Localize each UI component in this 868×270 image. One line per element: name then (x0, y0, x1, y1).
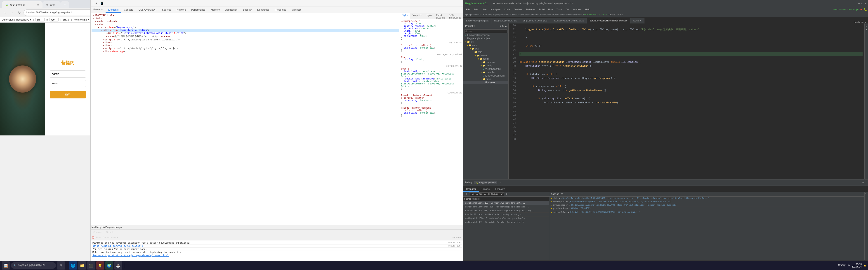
var-expand-1[interactable]: ▸ (551, 197, 552, 199)
refresh-btn[interactable]: ↻ (16, 9, 23, 16)
menu-analyze[interactable]: Analyze (512, 8, 524, 11)
menu-git[interactable]: Git (564, 8, 571, 11)
menu-run[interactable]: Run (546, 8, 555, 11)
html-line-div3[interactable]: ▾ <div class="justify-content-between; a… (92, 32, 399, 35)
var-mvc-container[interactable]: ▸ mvnContainer = {ModelAndViewController… (549, 203, 864, 207)
editor-content[interactable]: 70 71 72 73 74 75 76 77 78 79 80 81 82 8… (508, 24, 864, 179)
tab-close-btn[interactable]: ✕ (37, 4, 39, 6)
explorer-btn[interactable]: 📁 (78, 262, 86, 270)
tab-network[interactable]: Network (174, 7, 188, 13)
tab-memory[interactable]: Memory (208, 7, 223, 13)
menu-refactor[interactable]: Refactor (524, 8, 537, 11)
tab-application[interactable]: Application (222, 7, 240, 13)
file-reggie-app[interactable]: J ReggieApplication.java (463, 37, 508, 40)
tab-console[interactable]: Console (121, 7, 136, 13)
deploy-link[interactable]: See more tips at https://vuejs.org/guide… (92, 254, 168, 257)
right-sidebar-btn1[interactable]: ▶ (865, 24, 868, 28)
devtools-device-btn[interactable]: 📱 (100, 2, 104, 5)
tab-invocable-handler[interactable]: InvocableHandlerMethod.class (550, 18, 587, 24)
console-tab-search[interactable]: Search (104, 231, 115, 234)
var-return-value[interactable]: ▸ returnValue = {R@410} 'R{code=0, msg=登… (549, 210, 864, 214)
file-employee-entity[interactable]: J Employee (463, 81, 508, 84)
menu-navigate[interactable]: Navigate (489, 8, 502, 11)
styles-tab-events[interactable]: Event Listeners (434, 13, 447, 19)
tab-properties[interactable]: Properties (272, 7, 289, 13)
vue-devtools-link[interactable]: https://github.com/vuejs/vue-devtools (92, 245, 143, 247)
var-this[interactable]: ▸ this = {ServletInvocableHandlerMethod@… (549, 197, 864, 200)
menu-edit[interactable]: Edit (472, 8, 480, 11)
file-employee-ctrl[interactable]: J EmployeeController (463, 74, 508, 77)
java-btn[interactable]: ☕ (114, 262, 122, 270)
styles-tab-computed[interactable]: Computed (410, 13, 424, 19)
console-tab-console[interactable]: Console (92, 231, 103, 234)
tab-new[interactable]: + (61, 1, 69, 8)
back-btn[interactable]: ‹ (2, 9, 8, 16)
debug-close-right[interactable]: ✕ (865, 192, 868, 196)
html-line-div2[interactable]: ▾ <div class="login-form v-loading"> (92, 29, 399, 32)
console-clear-btn[interactable]: 🚫 (92, 236, 94, 239)
tab-lighthouse[interactable]: Lighthouse (254, 7, 272, 13)
menu-file[interactable]: File (464, 8, 472, 11)
dimensions-label[interactable]: Dimensions: Responsive ▾ (2, 18, 31, 21)
stop-btn[interactable]: ■ (860, 8, 862, 11)
debug-run-btn[interactable]: 🐛 (864, 8, 867, 11)
var-expand-2[interactable]: ▸ (551, 200, 552, 203)
debug-session-tab[interactable]: 🐛 ReggieApplication (474, 181, 497, 184)
tab-servlet-invocable[interactable]: ServletInvocableHandlerMethod.class (587, 18, 630, 24)
width-input[interactable] (35, 18, 44, 22)
file-webmvc[interactable]: J WebMvcConfig (463, 67, 508, 71)
var-expand-3[interactable]: ▸ (551, 204, 552, 206)
windows-btn[interactable]: 🪟 (2, 262, 10, 270)
frame-item-3[interactable]: handleInternal:808, RequestMappingHandle… (463, 209, 549, 213)
console-level-select[interactable]: Default levels ▾ (103, 236, 118, 239)
frame-item-6[interactable]: doDispatch:963, DispatcherServlet.(org.s… (463, 220, 549, 224)
menu-build[interactable]: Build (537, 8, 546, 11)
debug-tab-console[interactable]: Console (479, 187, 493, 192)
intellij-btn[interactable]: 💡 (96, 262, 104, 270)
code-area[interactable]: logger.trace(this.formatErrorForReturnVa… (518, 24, 864, 179)
folder-java[interactable]: ▾ 📁 java (463, 47, 508, 50)
devtools-dock-btn[interactable]: ⋮ (92, 2, 95, 5)
file-employee-mapper[interactable]: J EmployeeMapper.java (463, 33, 508, 37)
folder-controller[interactable]: ▾ 📁 controller (463, 71, 508, 74)
menu-view[interactable]: View (480, 8, 489, 11)
debug-expand-btn[interactable]: □ (865, 181, 866, 184)
folder-src[interactable]: ▾ 📁 src (463, 40, 508, 43)
styles-tab-layout[interactable]: Layout (424, 13, 434, 19)
forward-btn[interactable]: › (9, 9, 16, 16)
ide-maximize-btn[interactable]: □ (862, 2, 863, 5)
debug-close-tab[interactable]: ✕ (500, 181, 502, 184)
password-input[interactable] (50, 80, 86, 87)
throttle-label[interactable]: No throttling ▾ (73, 18, 89, 21)
ide-minimize-btn[interactable]: ─ (858, 2, 860, 5)
chrome-btn[interactable]: 🌍 (105, 262, 113, 270)
height-input[interactable] (50, 18, 59, 22)
username-input[interactable] (50, 70, 86, 78)
task-view-btn[interactable]: ⊞ (57, 262, 65, 270)
frame-item-1[interactable]: invokeAndHandle:133, ServletInvocableHan… (463, 201, 549, 205)
var-web-request[interactable]: ▸ webRequest = {ServerWebRequest@8398} '… (549, 200, 864, 203)
debug-tab-debugger[interactable]: Debugger (463, 187, 479, 192)
pause-btn[interactable]: ⏸ (465, 193, 467, 195)
folder-main[interactable]: ▾ 📁 main (463, 43, 508, 47)
language-icon[interactable]: 中 (848, 264, 850, 267)
right-sidebar-btn2[interactable]: ◀ (865, 28, 868, 31)
tab-reggie-app[interactable]: ReggieApplication.java (491, 18, 520, 24)
folder-taotao[interactable]: ▾ 📁 taotao (463, 54, 508, 57)
tab-security[interactable]: Security (240, 7, 254, 13)
login-submit-btn[interactable]: 登录 (50, 91, 86, 98)
tab-app[interactable]: 🍃 瑞提闯管理员 ✕ (2, 1, 42, 8)
tab-sources[interactable]: Sources (159, 7, 174, 13)
frame-item-2[interactable]: invokeHandlerMethod:808, RequestMappingH… (463, 205, 549, 209)
project-search-input[interactable] (464, 29, 507, 33)
edge-btn[interactable]: 🌐 (69, 262, 77, 270)
debug-tab-endpoints[interactable]: Endpoints (493, 187, 508, 192)
var-expand-4[interactable]: ▸ (551, 207, 552, 209)
var-expand-5[interactable]: ▸ (551, 211, 552, 213)
devtools-inspect-btn[interactable]: ↖ (95, 2, 98, 5)
folder-common[interactable]: ▾ 📁 common (463, 61, 508, 64)
frame-item-4[interactable]: handle:87, AbstractHandlerMethodAdapter.… (463, 213, 549, 216)
console-link-1[interactable]: https://github.com/vuejs/vue-devtools vu… (92, 244, 462, 248)
html-line-div1[interactable]: ▾ <div class="login-img-bg"> (92, 26, 399, 29)
tab-reque[interactable]: reque ✕ (630, 18, 645, 24)
